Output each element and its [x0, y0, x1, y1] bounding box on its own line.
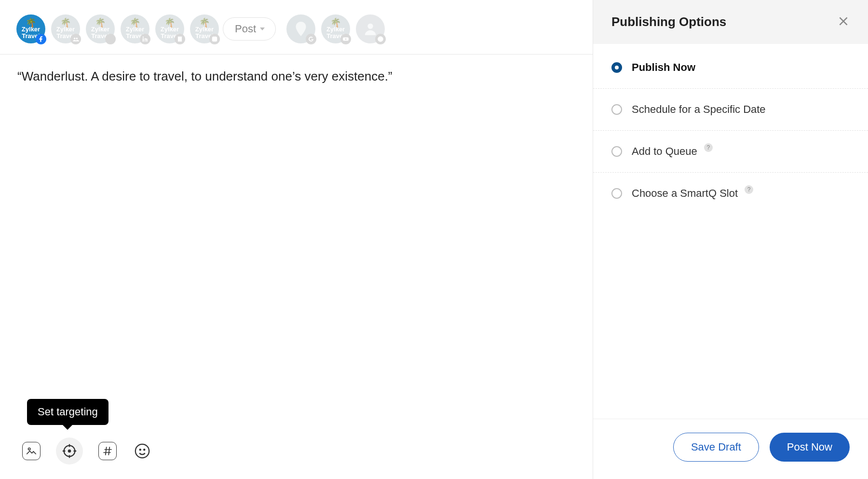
svg-point-6	[214, 38, 216, 41]
radio-icon	[611, 146, 622, 157]
group-icon	[70, 34, 81, 44]
svg-point-13	[68, 450, 70, 452]
option-label: Schedule for a Specific Date	[632, 103, 766, 116]
help-icon[interactable]: ?	[745, 185, 753, 194]
account-group[interactable]: 🌴ZylkerTravel	[51, 14, 80, 43]
account-x[interactable]: 🌴ZylkerTravel	[86, 14, 115, 43]
option-label: Publish Now	[632, 61, 695, 74]
publishing-sidebar: Publishing Options Publish Now Schedule …	[593, 0, 868, 479]
account-youtube[interactable]: 🌴ZylkerTravel	[321, 14, 350, 43]
youtube-icon	[340, 34, 351, 44]
targeting-tooltip: Set targeting	[27, 399, 108, 425]
account-linkedin[interactable]: 🌴ZylkerTravel	[121, 14, 149, 43]
account-google[interactable]	[286, 14, 315, 43]
svg-point-11	[28, 448, 30, 450]
sidebar-header: Publishing Options	[593, 0, 868, 44]
account-linkedin-page[interactable]: 🌴ZylkerTravel	[155, 14, 184, 43]
composer-text: “Wanderlust. A desire to travel, to unde…	[17, 69, 393, 83]
option-label: Add to Queue	[632, 145, 697, 158]
sidebar-footer: Save Draft Post Now	[593, 419, 868, 479]
accounts-row: 🌴Zylker Travel 🌴ZylkerTravel 🌴ZylkerTrav…	[0, 0, 593, 55]
sidebar-title: Publishing Options	[611, 14, 726, 29]
pinterest-icon	[375, 34, 386, 44]
x-icon	[105, 34, 116, 44]
facebook-icon	[36, 34, 46, 44]
svg-point-7	[216, 37, 217, 38]
post-now-button[interactable]: Post Now	[770, 433, 850, 462]
account-facebook[interactable]: 🌴Zylker Travel	[16, 14, 45, 43]
media-button[interactable]	[22, 442, 41, 460]
account-instagram[interactable]: 🌴ZylkerTravel	[190, 14, 219, 43]
option-label: Choose a SmartQ Slot	[632, 187, 738, 200]
svg-point-10	[378, 36, 383, 42]
help-icon[interactable]: ?	[704, 143, 713, 152]
image-icon	[25, 445, 38, 457]
linkedin-page-icon	[175, 34, 185, 44]
instagram-icon	[209, 34, 220, 44]
account-pinterest[interactable]	[356, 14, 385, 43]
close-button[interactable]	[837, 15, 850, 29]
chevron-down-icon	[260, 27, 265, 30]
save-draft-button[interactable]: Save Draft	[673, 433, 759, 462]
composer-toolbar	[0, 426, 593, 479]
post-type-label: Post	[235, 23, 256, 35]
hashtag-button[interactable]	[98, 442, 117, 460]
option-smartq[interactable]: Choose a SmartQ Slot ?	[593, 173, 868, 214]
radio-icon	[611, 62, 622, 73]
targeting-button[interactable]	[56, 438, 83, 465]
svg-rect-4	[178, 37, 182, 42]
emoji-button[interactable]	[132, 441, 152, 461]
svg-point-0	[74, 38, 76, 40]
option-publish-now[interactable]: Publish Now	[593, 47, 868, 89]
option-schedule[interactable]: Schedule for a Specific Date	[593, 89, 868, 131]
google-icon	[306, 34, 316, 44]
option-queue[interactable]: Add to Queue ?	[593, 131, 868, 173]
target-icon	[61, 443, 78, 459]
publish-options: Publish Now Schedule for a Specific Date…	[593, 44, 868, 217]
post-type-dropdown[interactable]: Post	[223, 17, 276, 41]
svg-point-1	[76, 38, 78, 40]
svg-point-14	[136, 444, 149, 458]
hash-icon	[101, 445, 114, 457]
radio-icon	[611, 188, 622, 199]
close-icon	[837, 15, 850, 27]
svg-point-3	[143, 37, 144, 38]
svg-point-15	[140, 449, 141, 450]
svg-point-16	[144, 449, 145, 450]
radio-icon	[611, 104, 622, 115]
linkedin-icon	[140, 34, 150, 44]
svg-point-9	[367, 24, 373, 29]
composer-panel: 🌴Zylker Travel 🌴ZylkerTravel 🌴ZylkerTrav…	[0, 0, 593, 479]
svg-rect-2	[143, 38, 144, 41]
smiley-icon	[134, 443, 150, 459]
